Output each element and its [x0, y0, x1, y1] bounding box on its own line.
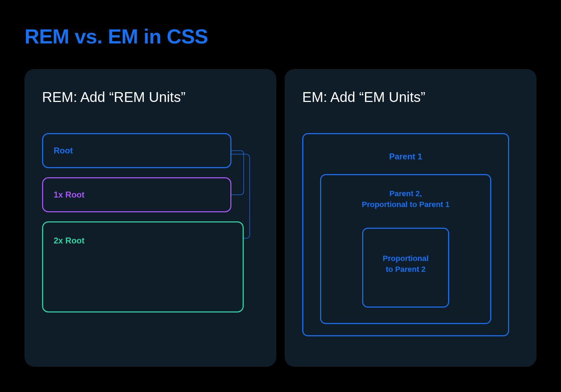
- rem-root-label: Root: [54, 146, 73, 156]
- em-child-box: Proportional to Parent 2: [362, 228, 449, 308]
- em-parent2-label-line1: Parent 2,: [390, 189, 422, 198]
- em-child-label-line2: to Parent 2: [386, 265, 426, 274]
- em-parent2-label-line2: Proportional to Parent 1: [362, 200, 450, 209]
- rem-1x-box: 1x Root: [42, 177, 231, 212]
- rem-2x-box: 2x Root: [42, 221, 244, 312]
- page-title: REM vs. EM in CSS: [25, 25, 536, 48]
- em-panel: EM: Add “EM Units” Parent 1 Parent 2, Pr…: [285, 69, 536, 367]
- em-parent1-label: Parent 1: [389, 152, 423, 161]
- panels-container: REM: Add “REM Units” Root 1x Root 2x Roo…: [25, 69, 536, 367]
- em-diagram: Parent 1 Parent 2, Proportional to Paren…: [302, 133, 519, 140]
- rem-2x-label: 2x Root: [54, 236, 85, 245]
- rem-diagram: Root 1x Root 2x Root: [42, 133, 259, 312]
- rem-panel: REM: Add “REM Units” Root 1x Root 2x Roo…: [25, 69, 276, 367]
- rem-1x-label: 1x Root: [54, 190, 85, 200]
- rem-panel-title: REM: Add “REM Units”: [42, 89, 259, 105]
- rem-root-box: Root: [42, 133, 231, 168]
- em-panel-title: EM: Add “EM Units”: [302, 89, 519, 105]
- em-child-label-line1: Proportional: [383, 254, 429, 263]
